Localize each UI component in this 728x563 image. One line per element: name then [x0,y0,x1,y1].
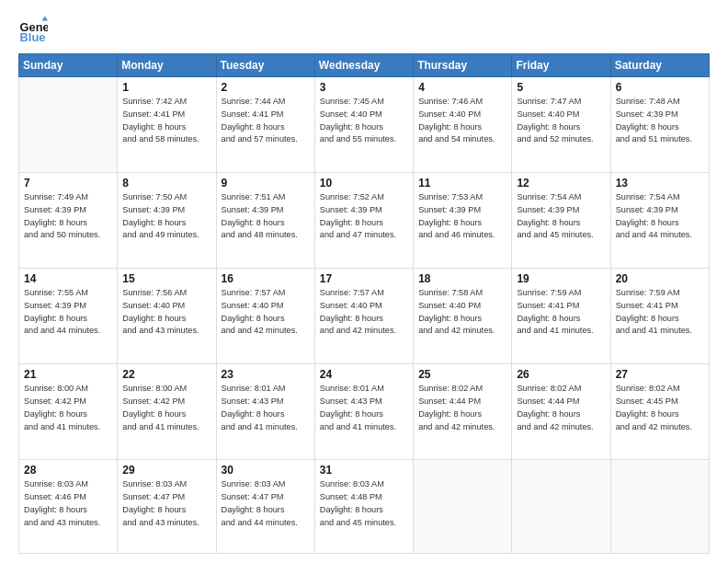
daylight-line2: and and 43 minutes. [24,517,112,530]
sunrise-text: Sunrise: 7:53 AM [418,191,506,204]
calendar-cell: 8Sunrise: 7:50 AMSunset: 4:39 PMDaylight… [118,173,216,269]
sunset-text: Sunset: 4:39 PM [222,204,310,217]
daylight-line1: Daylight: 8 hours [517,313,605,326]
sunrise-text: Sunrise: 8:03 AM [222,478,310,491]
day-number: 2 [222,81,310,94]
daylight-line2: and and 42 minutes. [616,421,704,434]
daylight-line1: Daylight: 8 hours [320,408,408,421]
sunrise-text: Sunrise: 7:52 AM [320,191,408,204]
calendar-cell: 23Sunrise: 8:01 AMSunset: 4:43 PMDayligh… [216,364,314,460]
logo: General Blue [18,15,53,44]
day-number: 17 [320,272,408,285]
daylight-line2: and and 41 minutes. [616,325,704,338]
sunrise-text: Sunrise: 7:50 AM [122,191,210,204]
header-day-friday: Friday [512,54,610,77]
sunrise-text: Sunrise: 7:56 AM [122,287,210,300]
sunrise-text: Sunrise: 7:47 AM [517,96,605,109]
calendar-cell: 28Sunrise: 8:03 AMSunset: 4:46 PMDayligh… [19,460,118,554]
calendar-cell: 18Sunrise: 7:58 AMSunset: 4:40 PMDayligh… [414,269,512,364]
svg-text:Blue: Blue [20,30,46,44]
calendar-cell: 6Sunrise: 7:48 AMSunset: 4:39 PMDaylight… [610,77,709,173]
sunset-text: Sunset: 4:39 PM [616,109,704,121]
calendar-cell: 29Sunrise: 8:03 AMSunset: 4:47 PMDayligh… [118,460,216,554]
daylight-line2: and and 44 minutes. [24,325,112,338]
sunrise-text: Sunrise: 7:46 AM [418,96,506,109]
daylight-line2: and and 41 minutes. [24,421,112,434]
sunrise-text: Sunrise: 7:59 AM [517,287,605,300]
calendar-cell: 1Sunrise: 7:42 AMSunset: 4:41 PMDaylight… [118,77,216,173]
daylight-line2: and and 41 minutes. [517,325,605,338]
daylight-line1: Daylight: 8 hours [222,504,310,517]
day-number: 28 [24,464,112,477]
calendar-cell: 22Sunrise: 8:00 AMSunset: 4:42 PMDayligh… [118,364,216,460]
calendar-cell: 11Sunrise: 7:53 AMSunset: 4:39 PMDayligh… [414,173,512,269]
sunset-text: Sunset: 4:43 PM [320,396,408,408]
day-number: 25 [418,368,506,381]
header: General Blue [18,15,710,44]
daylight-line2: and and 45 minutes. [320,517,408,530]
daylight-line1: Daylight: 8 hours [222,121,310,134]
sunset-text: Sunset: 4:44 PM [418,396,506,408]
daylight-line1: Daylight: 8 hours [517,217,605,230]
daylight-line1: Daylight: 8 hours [320,121,408,134]
daylight-line1: Daylight: 8 hours [418,313,506,326]
sunset-text: Sunset: 4:44 PM [517,396,605,408]
sunset-text: Sunset: 4:47 PM [122,491,210,504]
sunrise-text: Sunrise: 8:02 AM [616,383,704,396]
calendar-cell [610,460,709,554]
daylight-line2: and and 50 minutes. [24,229,112,242]
calendar-cell: 20Sunrise: 7:59 AMSunset: 4:41 PMDayligh… [610,269,709,364]
daylight-line1: Daylight: 8 hours [24,504,112,517]
sunrise-text: Sunrise: 7:57 AM [222,287,310,300]
sunset-text: Sunset: 4:39 PM [517,204,605,217]
sunset-text: Sunset: 4:39 PM [418,204,506,217]
daylight-line2: and and 47 minutes. [320,229,408,242]
sunrise-text: Sunrise: 7:59 AM [616,287,704,300]
daylight-line2: and and 55 minutes. [320,133,408,146]
day-number: 26 [517,368,605,381]
sunrise-text: Sunrise: 7:54 AM [517,191,605,204]
sunset-text: Sunset: 4:41 PM [616,300,704,313]
sunset-text: Sunset: 4:40 PM [517,109,605,121]
sunset-text: Sunset: 4:40 PM [320,300,408,313]
header-day-monday: Monday [118,54,216,77]
svg-marker-2 [42,17,48,21]
sunset-text: Sunset: 4:40 PM [222,300,310,313]
day-number: 23 [222,368,310,381]
sunrise-text: Sunrise: 7:57 AM [320,287,408,300]
calendar-cell: 31Sunrise: 8:03 AMSunset: 4:48 PMDayligh… [314,460,413,554]
sunset-text: Sunset: 4:41 PM [122,109,210,121]
sunrise-text: Sunrise: 8:03 AM [320,478,408,491]
daylight-line2: and and 52 minutes. [517,133,605,146]
calendar-cell: 21Sunrise: 8:00 AMSunset: 4:42 PMDayligh… [19,364,118,460]
sunset-text: Sunset: 4:40 PM [418,300,506,313]
daylight-line1: Daylight: 8 hours [122,313,210,326]
day-number: 1 [122,81,210,94]
daylight-line1: Daylight: 8 hours [320,313,408,326]
day-number: 31 [320,464,408,477]
day-number: 7 [24,177,112,190]
calendar-cell: 12Sunrise: 7:54 AMSunset: 4:39 PMDayligh… [512,173,610,269]
day-number: 3 [320,81,408,94]
sunset-text: Sunset: 4:39 PM [616,204,704,217]
daylight-line1: Daylight: 8 hours [24,313,112,326]
calendar-cell: 24Sunrise: 8:01 AMSunset: 4:43 PMDayligh… [314,364,413,460]
daylight-line1: Daylight: 8 hours [616,408,704,421]
daylight-line1: Daylight: 8 hours [222,408,310,421]
daylight-line1: Daylight: 8 hours [24,408,112,421]
daylight-line2: and and 41 minutes. [122,421,210,434]
calendar-cell [19,77,118,173]
calendar-cell: 3Sunrise: 7:45 AMSunset: 4:40 PMDaylight… [314,77,413,173]
daylight-line1: Daylight: 8 hours [222,217,310,230]
daylight-line2: and and 42 minutes. [222,325,310,338]
daylight-line2: and and 46 minutes. [418,229,506,242]
calendar-cell: 30Sunrise: 8:03 AMSunset: 4:47 PMDayligh… [216,460,314,554]
daylight-line2: and and 43 minutes. [122,325,210,338]
sunset-text: Sunset: 4:46 PM [24,491,112,504]
daylight-line2: and and 41 minutes. [320,421,408,434]
calendar-cell: 15Sunrise: 7:56 AMSunset: 4:40 PMDayligh… [118,269,216,364]
day-number: 22 [122,368,210,381]
sunset-text: Sunset: 4:39 PM [24,204,112,217]
day-number: 16 [222,272,310,285]
daylight-line2: and and 43 minutes. [122,517,210,530]
